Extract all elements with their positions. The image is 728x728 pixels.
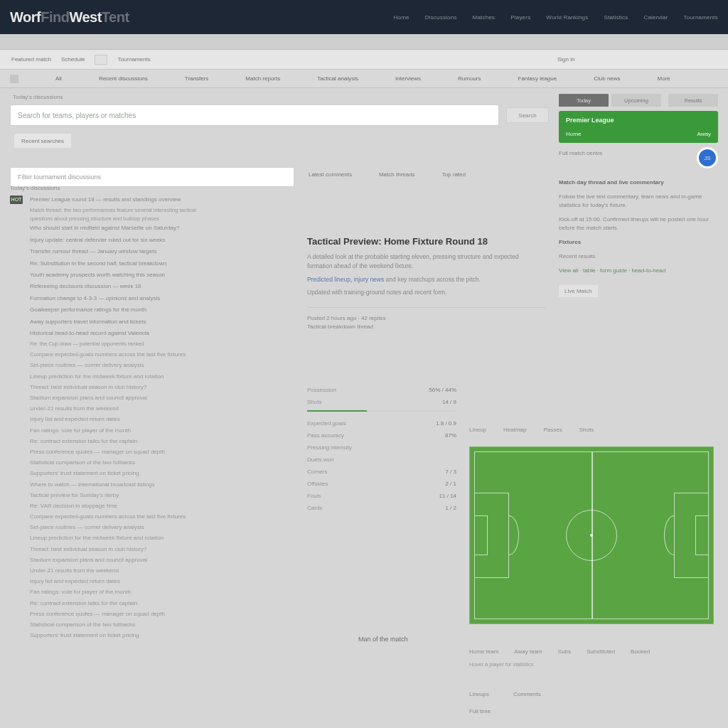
feed-subheader: Today's discussions (10, 185, 549, 191)
nav-players[interactable]: Players (510, 14, 530, 21)
stat-label: Shots (307, 399, 321, 405)
tab-comments[interactable]: Comments (513, 691, 541, 697)
stat-value: 11 / 14 (439, 493, 456, 499)
nav-tournaments[interactable]: Tournaments (684, 14, 718, 21)
nav-calendar[interactable]: Calendar (643, 14, 668, 21)
stat-label: Offsides (307, 481, 328, 487)
match-filter-pills: Today Upcoming Results (559, 94, 718, 107)
search-button[interactable]: Search (506, 107, 549, 123)
stat-bar (307, 410, 456, 412)
article-line: Updated with training-ground notes and r… (307, 288, 545, 297)
stat-label: Possession (307, 387, 336, 393)
live-match-tab[interactable]: Live Match (559, 285, 598, 297)
nav-home[interactable]: Home (394, 14, 410, 21)
legend-booked: Booked (631, 648, 650, 655)
tab-rumours[interactable]: Rumours (458, 75, 481, 82)
breadcrumb-a[interactable]: Featured match (11, 56, 51, 63)
tab-heatmap[interactable]: Heatmap (503, 427, 526, 433)
nav-discussions[interactable]: Discussions (425, 14, 457, 21)
match-centre-link[interactable]: Full match centre (559, 150, 602, 168)
avatar[interactable]: JS (697, 147, 718, 168)
match-stats-table: Possession56% / 44% Shots14 / 9 Expected… (307, 384, 456, 514)
breadcrumb-c[interactable]: Tournaments (117, 56, 150, 63)
sign-in-link[interactable]: Sign in (557, 56, 717, 63)
tab-interviews[interactable]: Interviews (395, 75, 421, 82)
stat-value: 87% (445, 432, 456, 439)
stat-value: 56% / 44% (429, 387, 456, 393)
tab-all[interactable]: All (55, 75, 62, 82)
recent-searches-chip[interactable]: Recent searches (14, 134, 71, 148)
thread-link[interactable]: Historical head-to-head record against V… (30, 329, 149, 338)
site-logo[interactable]: WorfFindWestTent (10, 9, 129, 26)
article-line: Predicted lineup, injury news and key ma… (307, 275, 545, 284)
stat-value: 2 / 1 (445, 481, 456, 487)
thread-link[interactable]: Injury update: central defender ruled ou… (30, 236, 165, 245)
tab-reports[interactable]: Match reports (245, 75, 280, 82)
tab-recent[interactable]: Recent discussions (99, 75, 148, 82)
thread-link[interactable]: Refereeing decisions discussion — week 1… (30, 282, 141, 291)
tab-transfers[interactable]: Transfers (185, 75, 209, 82)
thread-link[interactable]: Youth academy prospects worth watching t… (30, 271, 165, 279)
legend-away: Away team (514, 648, 542, 655)
breadcrumb-b[interactable]: Schedule (61, 56, 85, 63)
sidebar-para: Kick-off at 15:00. Confirmed lineups wil… (559, 215, 718, 232)
recent-results[interactable]: Recent results (559, 252, 718, 261)
grid-icon[interactable] (10, 75, 18, 83)
pill-upcoming[interactable]: Upcoming (611, 94, 661, 107)
pill-results[interactable]: Results (668, 94, 718, 107)
thread-meta: Match thread: the two performances featu… (10, 207, 549, 213)
tab-lineup[interactable]: Lineup (469, 427, 486, 433)
search-input[interactable]: Search for teams, players or matches (10, 105, 499, 126)
stat-label: Pass accuracy (307, 432, 344, 439)
category-tabs: All Recent discussions Transfers Match r… (0, 70, 728, 88)
fixtures-heading: Fixtures (559, 238, 718, 247)
article-title[interactable]: Tactical Preview: Home Fixture Round 18 (307, 236, 545, 247)
link-threads[interactable]: Match threads (379, 171, 415, 178)
logo-part-a: Worf (10, 9, 41, 25)
stat-label: Pressing intensity (307, 444, 352, 451)
centre-spot (590, 534, 593, 537)
thread-link[interactable]: Goalkeeper performance ratings for the m… (30, 306, 146, 314)
filter-input[interactable]: Filter tournament discussions (10, 167, 294, 187)
thread-link[interactable]: Away supporters travel information and t… (30, 318, 146, 326)
thread-meta: Re: the Cup draw — potential opponents r… (10, 341, 549, 347)
thread-link[interactable]: Re: Substitution in the second half, tac… (30, 259, 166, 268)
tab-shots[interactable]: Shots (579, 427, 594, 433)
thread-link[interactable]: Who should start in midfield against Mar… (30, 224, 179, 232)
logo-part-c: West (69, 9, 101, 25)
hot-badge: HOT (10, 196, 23, 204)
logo-part-b: Find (41, 9, 69, 25)
tab-fantasy[interactable]: Fantasy league (518, 75, 557, 82)
pitch-legend: Home team Away team Subs Substituted Boo… (469, 648, 714, 655)
link-top[interactable]: Top rated (442, 171, 466, 178)
thread-meta: questions about pressing structure and b… (10, 215, 549, 222)
pill-today[interactable]: Today (559, 94, 609, 107)
stat-value: 1 / 2 (445, 505, 456, 511)
section-label: Today's discussions (13, 94, 549, 100)
tab-lineups[interactable]: Lineups (469, 691, 489, 697)
flag-icon (95, 55, 107, 65)
football-pitch[interactable] (469, 446, 714, 624)
nav-rankings[interactable]: World Rankings (546, 14, 588, 21)
view-all-link[interactable]: View all · table · form guide · head-to-… (559, 267, 718, 275)
nav-matches[interactable]: Matches (473, 14, 496, 21)
stat-value: 14 / 9 (442, 399, 456, 405)
thread-link[interactable]: Premier League round 18 — results and st… (30, 196, 181, 204)
logo-part-d: Tent (102, 9, 129, 25)
thread-link[interactable]: Transfer rumour thread — January window … (30, 247, 156, 256)
live-match-card[interactable]: Premier League HomeAway (559, 111, 718, 143)
sidebar-headline[interactable]: Match day thread and live commentary (559, 178, 718, 187)
stat-label: Cards (307, 505, 322, 511)
tab-passes[interactable]: Passes (544, 427, 562, 433)
thread-link[interactable]: Formation change to 4-3-3 — opinions and… (30, 294, 160, 303)
stat-value: 1.8 / 0.9 (436, 420, 456, 427)
nav-stats[interactable]: Statistics (604, 14, 628, 21)
tab-analysis[interactable]: Tactical analysis (317, 75, 358, 82)
article-meta: Tactical breakdown thread (307, 323, 545, 330)
top-header: WorfFindWestTent Home Discussions Matche… (0, 0, 728, 34)
primary-nav: Home Discussions Matches Players World R… (394, 14, 718, 21)
tab-club[interactable]: Club news (594, 75, 620, 82)
link-latest[interactable]: Latest comments (309, 171, 352, 178)
tab-more[interactable]: More (658, 75, 670, 82)
feed-filler: Compare expected-goals numbers across th… (10, 349, 549, 641)
